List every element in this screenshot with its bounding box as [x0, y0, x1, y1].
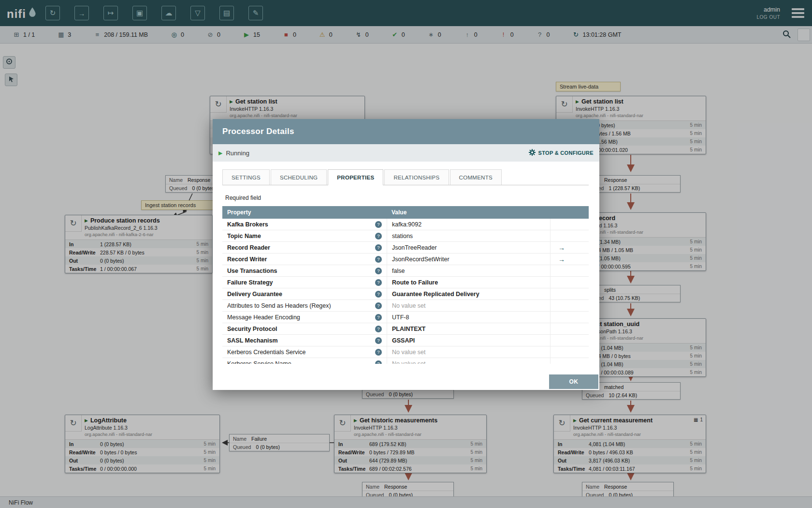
property-name: Delivery Guarantee [227, 291, 375, 298]
dialog-title: Processor Details [222, 127, 294, 136]
property-name: Message Header Encoding [227, 314, 375, 321]
tab-settings[interactable]: SETTINGS [222, 169, 270, 185]
property-name: Security Protocol [227, 326, 375, 332]
help-icon[interactable]: ? [375, 326, 382, 332]
dialog-status-bar: ▶ Running STOP & CONFIGURE [213, 144, 599, 162]
property-value: No value set [392, 349, 425, 356]
help-icon[interactable]: ? [375, 268, 382, 274]
help-icon[interactable]: ? [375, 314, 382, 321]
property-value: No value set [392, 302, 425, 309]
goto-service-icon[interactable]: → [558, 255, 565, 263]
property-value: No value set [392, 360, 425, 364]
property-row-delivery-guarantee: Delivery Guarantee? Guarantee Replicated… [222, 288, 589, 300]
processor-details-dialog: Processor Details ▶ Running STOP & CONFI… [213, 119, 599, 390]
property-value: JsonTreeReader [392, 244, 437, 251]
tab-properties[interactable]: PROPERTIES [328, 169, 383, 185]
property-name: SASL Mechanism [227, 337, 375, 344]
tab-comments[interactable]: COMMENTS [450, 169, 502, 185]
gear-icon [529, 149, 536, 157]
property-value: Route to Failure [392, 279, 438, 286]
property-row-failure-strategy: Failure Strategy? Route to Failure [222, 277, 589, 288]
tab-scheduling[interactable]: SCHEDULING [271, 169, 327, 185]
property-row-record-writer: Record Writer? JsonRecordSetWriter → [222, 254, 589, 265]
help-icon[interactable]: ? [375, 349, 382, 356]
property-value: false [392, 268, 405, 274]
property-value: Guarantee Replicated Delivery [392, 291, 479, 298]
help-icon[interactable]: ? [375, 337, 382, 344]
property-name: Use Transactions [227, 268, 375, 274]
property-row-attributes-headers: Attributes to Send as Headers (Regex)? N… [222, 300, 589, 312]
property-name: Topic Name [227, 233, 375, 239]
properties-table-header: Property Value [222, 206, 589, 219]
property-row-record-reader: Record Reader? JsonTreeReader → [222, 242, 589, 254]
property-value: UTF-8 [392, 314, 409, 321]
property-name: Record Reader [227, 244, 375, 251]
running-state-icon: ▶ [218, 150, 222, 156]
tab-relationships[interactable]: RELATIONSHIPS [384, 169, 449, 185]
property-row-security-protocol: Security Protocol? PLAINTEXT [222, 323, 589, 335]
required-field-note: Required field [225, 194, 261, 201]
help-icon[interactable]: ? [375, 233, 382, 239]
property-row-use-transactions: Use Transactions? false [222, 265, 589, 277]
goto-service-icon[interactable]: → [558, 244, 565, 252]
help-icon[interactable]: ? [375, 256, 382, 263]
ok-button[interactable]: OK [549, 374, 598, 389]
property-name: Attributes to Send as Headers (Regex) [227, 302, 375, 309]
property-value: kafka:9092 [392, 221, 421, 228]
property-row-kafka-brokers: Kafka Brokers? kafka:9092 [222, 219, 589, 230]
dialog-tabs: SETTINGS SCHEDULING PROPERTIES RELATIONS… [222, 169, 589, 185]
property-row-sasl-mechanism: SASL Mechanism? GSSAPI [222, 335, 589, 346]
help-icon[interactable]: ? [375, 221, 382, 228]
property-name: Kerberos Service Name [227, 360, 375, 364]
property-name: Record Writer [227, 256, 375, 263]
property-row-topic-name: Topic Name? stations [222, 230, 589, 242]
property-row-kerberos-credentials-service: Kerberos Credentials Service? No value s… [222, 346, 589, 358]
dialog-title-bar: Processor Details [213, 119, 599, 144]
property-value: stations [392, 233, 413, 239]
property-name: Kafka Brokers [227, 221, 375, 228]
help-icon[interactable]: ? [375, 360, 382, 364]
property-name: Kerberos Credentials Service [227, 349, 375, 356]
help-icon[interactable]: ? [375, 244, 382, 251]
help-icon[interactable]: ? [375, 302, 382, 309]
running-state-label: Running [226, 149, 249, 157]
property-value: JsonRecordSetWriter [392, 256, 450, 263]
column-property: Property [222, 209, 387, 216]
property-name: Failure Strategy [227, 279, 375, 286]
help-icon[interactable]: ? [375, 291, 382, 298]
column-value: Value [387, 209, 550, 216]
property-row-kerberos-service-name: Kerberos Service Name? No value set [222, 358, 589, 364]
properties-table: Property Value Kafka Brokers? kafka:9092… [222, 206, 589, 364]
property-row-message-header-encoding: Message Header Encoding? UTF-8 [222, 312, 589, 323]
help-icon[interactable]: ? [375, 279, 382, 286]
property-value: GSSAPI [392, 337, 415, 344]
stop-and-configure-button[interactable]: STOP & CONFIGURE [529, 149, 594, 157]
property-value: PLAINTEXT [392, 326, 425, 332]
